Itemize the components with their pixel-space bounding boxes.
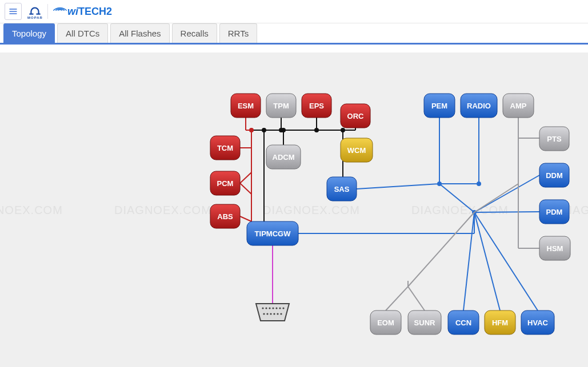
svg-line-44 xyxy=(408,212,474,287)
ecu-node-ccn[interactable]: CCN xyxy=(448,310,479,334)
svg-line-32 xyxy=(474,175,539,212)
logo-divider xyxy=(47,4,48,19)
svg-point-55 xyxy=(270,313,271,314)
svg-text:TIPMCGW: TIPMCGW xyxy=(255,229,291,238)
svg-point-16 xyxy=(341,128,345,132)
svg-text:ESM: ESM xyxy=(238,102,254,110)
svg-text:ORC: ORC xyxy=(347,112,365,120)
brand-logos: MOPAR wiTECH2 xyxy=(27,3,112,19)
ecu-node-orc[interactable]: ORC xyxy=(341,104,370,128)
svg-point-54 xyxy=(266,313,268,314)
svg-text:AMP: AMP xyxy=(510,102,527,110)
svg-text:ABS: ABS xyxy=(217,212,233,221)
svg-text:RADIO: RADIO xyxy=(467,102,491,110)
obd-connector[interactable] xyxy=(256,304,289,321)
app-header: MOPAR wiTECH2 xyxy=(0,0,588,23)
links-black xyxy=(246,118,355,221)
svg-text:PCM: PCM xyxy=(217,179,234,188)
svg-point-52 xyxy=(282,307,284,309)
mopar-text: MOPAR xyxy=(27,16,43,19)
ecu-node-adcm[interactable]: ADCM xyxy=(266,145,301,169)
svg-text:ADCM: ADCM xyxy=(273,153,295,162)
svg-line-37 xyxy=(357,184,439,189)
ecu-node-esm[interactable]: ESM xyxy=(231,94,261,118)
ecu-node-ddm[interactable]: DDM xyxy=(539,163,569,187)
svg-text:CCN: CCN xyxy=(455,318,471,327)
svg-text:EPS: EPS xyxy=(309,102,324,110)
menu-button[interactable] xyxy=(5,3,22,20)
svg-line-34 xyxy=(463,212,474,310)
svg-point-56 xyxy=(273,313,275,314)
svg-text:PEM: PEM xyxy=(431,102,447,110)
links-blue xyxy=(298,118,539,310)
ecu-node-eps[interactable]: EPS xyxy=(302,94,331,118)
topology-svg: ESMTPMEPSORCTCMADCMWCMPCMSASABSTIPMCGWPE… xyxy=(0,53,588,367)
ecu-node-tipmcgw[interactable]: TIPMCGW xyxy=(247,221,298,245)
ecu-node-pts[interactable]: PTS xyxy=(539,127,569,151)
mopar-logo: MOPAR xyxy=(27,3,43,19)
svg-point-50 xyxy=(275,307,277,309)
ecu-node-eom[interactable]: EOM xyxy=(370,310,401,334)
witech-logo: wiTECH2 xyxy=(53,6,112,18)
svg-text:SUNR: SUNR xyxy=(414,318,435,327)
svg-point-15 xyxy=(315,128,318,132)
svg-text:PDM: PDM xyxy=(546,208,563,216)
svg-point-51 xyxy=(279,307,281,309)
ecu-node-pdm[interactable]: PDM xyxy=(539,200,569,224)
svg-text:DDM: DDM xyxy=(546,171,563,180)
ecu-node-sunr[interactable]: SUNR xyxy=(408,310,441,334)
witech-name: TECH xyxy=(78,6,106,18)
svg-point-53 xyxy=(263,313,265,314)
svg-text:TCM: TCM xyxy=(217,144,233,152)
ecu-node-amp[interactable]: AMP xyxy=(503,94,534,118)
svg-point-57 xyxy=(277,313,278,314)
links-gray xyxy=(386,118,539,310)
svg-text:SAS: SAS xyxy=(334,185,350,193)
svg-line-42 xyxy=(474,184,518,212)
svg-point-46 xyxy=(262,307,263,309)
ecu-node-abs[interactable]: ABS xyxy=(210,204,240,228)
svg-point-49 xyxy=(272,307,274,309)
witech-suffix: 2 xyxy=(106,6,112,18)
svg-text:PTS: PTS xyxy=(547,135,562,143)
ecu-node-pcm[interactable]: PCM xyxy=(210,171,240,195)
witech-prefix: wi xyxy=(67,6,78,18)
svg-line-21 xyxy=(240,216,251,221)
ecu-node-hsm[interactable]: HSM xyxy=(539,236,570,260)
ecu-node-hvac[interactable]: HVAC xyxy=(521,310,554,334)
svg-text:HFM: HFM xyxy=(492,318,508,327)
svg-point-22 xyxy=(250,128,253,132)
svg-point-12 xyxy=(262,128,266,132)
mopar-omega-icon xyxy=(29,3,41,16)
ecu-node-radio[interactable]: RADIO xyxy=(461,94,497,118)
ecu-node-wcm[interactable]: WCM xyxy=(341,138,373,162)
ecu-node-sas[interactable]: SAS xyxy=(327,177,357,201)
hamburger-icon xyxy=(9,7,18,16)
svg-point-29 xyxy=(477,182,481,185)
svg-line-33 xyxy=(474,212,539,212)
topology-canvas: DIAGNOEX.COM DIAGNOEX.COM DIAGNOEX.COM D… xyxy=(0,53,588,367)
tab-rrts[interactable]: RRTs xyxy=(219,23,257,43)
svg-text:TPM: TPM xyxy=(273,102,289,110)
svg-text:HVAC: HVAC xyxy=(527,318,548,327)
svg-text:EOM: EOM xyxy=(377,318,394,327)
svg-point-14 xyxy=(282,128,285,132)
svg-line-31 xyxy=(439,184,474,212)
tab-recalls[interactable]: Recalls xyxy=(172,23,217,43)
links-red xyxy=(240,118,253,221)
svg-point-47 xyxy=(265,307,267,309)
ecu-node-tpm[interactable]: TPM xyxy=(266,94,296,118)
ecu-node-hfm[interactable]: HFM xyxy=(485,310,515,334)
ecu-node-pem[interactable]: PEM xyxy=(424,94,455,118)
wifi-arcs-icon xyxy=(53,2,67,11)
svg-line-35 xyxy=(474,212,500,310)
svg-point-58 xyxy=(280,313,282,314)
ecu-node-tcm[interactable]: TCM xyxy=(210,136,240,160)
tab-bar: Topology All DTCs All Flashes Recalls RR… xyxy=(0,23,588,45)
svg-text:WCM: WCM xyxy=(347,146,366,155)
tab-all-flashes[interactable]: All Flashes xyxy=(110,23,169,43)
svg-text:HSM: HSM xyxy=(547,244,563,253)
svg-point-48 xyxy=(269,307,270,309)
tab-topology[interactable]: Topology xyxy=(3,23,55,43)
tab-all-dtcs[interactable]: All DTCs xyxy=(57,23,108,43)
